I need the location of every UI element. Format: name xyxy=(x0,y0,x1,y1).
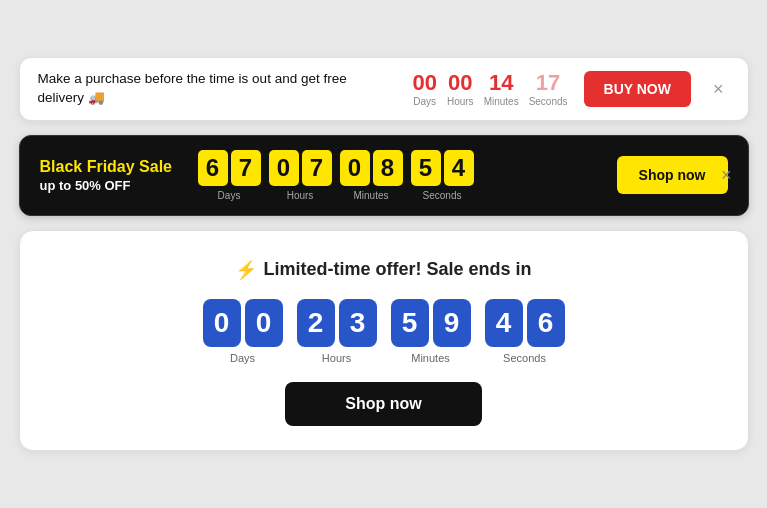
timer-hours-label: Hours xyxy=(447,96,474,107)
bf-second-tens: 5 xyxy=(411,150,441,186)
sale-seconds: 4 6 Seconds xyxy=(485,299,565,364)
sale-title-text: Limited-time offer! Sale ends in xyxy=(263,259,531,280)
bf-hour-tens: 0 xyxy=(269,150,299,186)
banner1-text: Make a purchase before the time is out a… xyxy=(38,70,397,108)
bf-minutes-digits: 0 8 xyxy=(340,150,403,186)
bf-day-tens: 6 xyxy=(198,150,228,186)
timer-days-value: 00 xyxy=(412,72,436,94)
banner1-close-button[interactable]: × xyxy=(707,77,730,102)
sale-timer: 0 0 Days 2 3 Hours 5 9 Minutes 4 6 Secon… xyxy=(203,299,565,364)
banner-3: ⚡ Limited-time offer! Sale ends in 0 0 D… xyxy=(19,230,749,451)
bf-text-block: Black Friday Sale up to 50% OFF xyxy=(40,157,180,193)
timer-seconds: 17 Seconds xyxy=(529,72,568,107)
bf-title: Black Friday Sale xyxy=(40,157,180,176)
bf-day-ones: 7 xyxy=(231,150,261,186)
timer-seconds-label: Seconds xyxy=(529,96,568,107)
sale-days-label: Days xyxy=(230,352,255,364)
bf-minutes: 0 8 Minutes xyxy=(340,150,403,201)
sale-minutes: 5 9 Minutes xyxy=(391,299,471,364)
bf-minute-ones: 8 xyxy=(373,150,403,186)
timer-days-label: Days xyxy=(413,96,436,107)
bf-seconds-digits: 5 4 xyxy=(411,150,474,186)
timer-seconds-value: 17 xyxy=(536,72,560,94)
sale-hours: 2 3 Hours xyxy=(297,299,377,364)
banner2-close-button[interactable]: × xyxy=(715,163,738,188)
timer-hours: 00 Hours xyxy=(447,72,474,107)
sale-hour-ones: 3 xyxy=(339,299,377,347)
bf-seconds: 5 4 Seconds xyxy=(411,150,474,201)
sale-second-ones: 6 xyxy=(527,299,565,347)
sale-minutes-digits: 5 9 xyxy=(391,299,471,347)
bf-shop-now-button[interactable]: Shop now xyxy=(617,156,728,194)
bf-timer: 6 7 Days 0 7 Hours 0 8 Minutes 5 4 Secon… xyxy=(198,150,599,201)
sale-hour-tens: 2 xyxy=(297,299,335,347)
bf-minutes-label: Minutes xyxy=(353,190,388,201)
bf-hours-label: Hours xyxy=(287,190,314,201)
sale-title: ⚡ Limited-time offer! Sale ends in xyxy=(235,259,531,281)
sale-second-tens: 4 xyxy=(485,299,523,347)
timer-minutes: 14 Minutes xyxy=(484,72,519,107)
lightning-icon: ⚡ xyxy=(235,259,257,281)
timer-minutes-value: 14 xyxy=(489,72,513,94)
bf-minute-tens: 0 xyxy=(340,150,370,186)
bf-hours-digits: 0 7 xyxy=(269,150,332,186)
bf-seconds-label: Seconds xyxy=(423,190,462,201)
sale-minutes-label: Minutes xyxy=(411,352,450,364)
timer-minutes-label: Minutes xyxy=(484,96,519,107)
sale-hours-label: Hours xyxy=(322,352,351,364)
banner1-timer: 00 Days 00 Hours 14 Minutes 17 Seconds xyxy=(412,72,567,107)
sale-hours-digits: 2 3 xyxy=(297,299,377,347)
timer-hours-value: 00 xyxy=(448,72,472,94)
bf-hours: 0 7 Hours xyxy=(269,150,332,201)
sale-seconds-label: Seconds xyxy=(503,352,546,364)
bf-hour-ones: 7 xyxy=(302,150,332,186)
bf-days: 6 7 Days xyxy=(198,150,261,201)
buy-now-button[interactable]: BUY NOW xyxy=(584,71,691,107)
sale-day-tens: 0 xyxy=(203,299,241,347)
bf-days-label: Days xyxy=(218,190,241,201)
bf-days-digits: 6 7 xyxy=(198,150,261,186)
sale-shop-now-button[interactable]: Shop now xyxy=(285,382,481,426)
banner-1: Make a purchase before the time is out a… xyxy=(19,57,749,121)
sale-day-ones: 0 xyxy=(245,299,283,347)
sale-minute-tens: 5 xyxy=(391,299,429,347)
bf-subtitle: up to 50% OFF xyxy=(40,178,180,193)
sale-seconds-digits: 4 6 xyxy=(485,299,565,347)
sale-days: 0 0 Days xyxy=(203,299,283,364)
banner-2: Black Friday Sale up to 50% OFF 6 7 Days… xyxy=(19,135,749,216)
sale-minute-ones: 9 xyxy=(433,299,471,347)
timer-days: 00 Days xyxy=(412,72,436,107)
sale-days-digits: 0 0 xyxy=(203,299,283,347)
bf-second-ones: 4 xyxy=(444,150,474,186)
